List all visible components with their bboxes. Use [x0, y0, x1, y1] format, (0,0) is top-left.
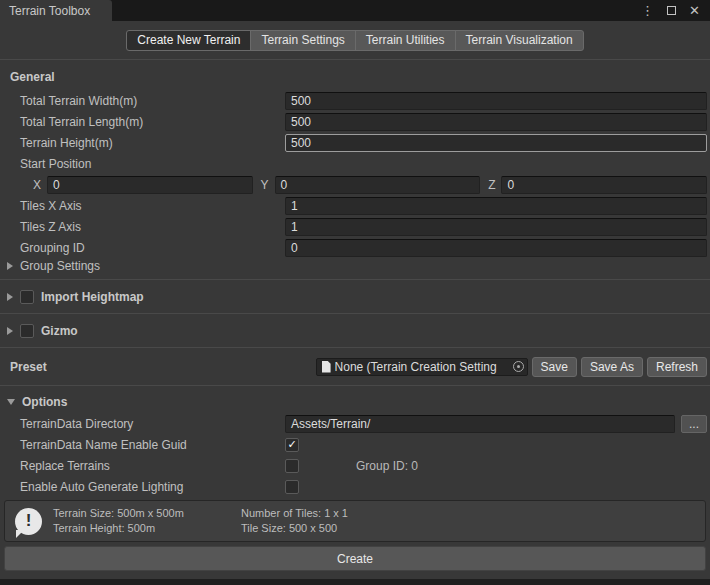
toolbar: Create New Terrain Terrain Settings Terr…	[0, 21, 710, 59]
tiles-x-axis-field[interactable]: 1	[285, 197, 707, 215]
preset-object-value: None (Terrain Creation Setting	[335, 360, 510, 374]
start-position-x-value: 0	[53, 178, 60, 192]
foldout-expanded-icon[interactable]	[7, 399, 15, 405]
tab-terrain-utilities-label: Terrain Utilities	[366, 33, 445, 47]
preset-label: Preset	[10, 360, 47, 374]
tiles-x-axis-value: 1	[291, 199, 298, 213]
foldout-collapsed-icon[interactable]	[7, 293, 13, 301]
terrain-height-label: Terrain Height(m)	[20, 136, 285, 150]
group-id-readout: Group ID: 0	[356, 459, 418, 473]
info-column-left: Terrain Size: 500m x 500m Terrain Height…	[53, 506, 201, 536]
info-help-box: ! Terrain Size: 500m x 500m Terrain Heig…	[4, 500, 706, 542]
terraindata-directory-value: Assets/Terrain/	[291, 417, 370, 431]
preset-controls: None (Terrain Creation Setting Save Save…	[316, 357, 707, 377]
general-section-header: General	[0, 60, 710, 90]
info-icon-glyph: !	[26, 511, 32, 531]
terraindata-guid-row: TerrainData Name Enable Guid ✓	[0, 434, 710, 455]
start-position-xyz-row: X 0 Y 0 Z 0	[0, 174, 710, 195]
info-icon: !	[15, 508, 42, 535]
terrain-height-readout: Terrain Height: 500m	[53, 521, 201, 536]
browse-button[interactable]: ...	[681, 415, 707, 433]
window-tab[interactable]: Terrain Toolbox	[0, 0, 112, 21]
replace-terrains-row: Replace Terrains Group ID: 0	[0, 455, 710, 476]
import-heightmap-label: Import Heightmap	[41, 290, 144, 304]
kebab-menu-icon[interactable]: ⋮	[641, 4, 654, 17]
auto-generate-lighting-checkbox[interactable]	[285, 480, 299, 494]
axis-y-label: Y	[261, 178, 269, 192]
total-terrain-length-label: Total Terrain Length(m)	[20, 115, 285, 129]
replace-terrains-checkbox[interactable]	[285, 459, 299, 473]
tab-create-new-terrain[interactable]: Create New Terrain	[126, 30, 251, 51]
terraindata-guid-label: TerrainData Name Enable Guid	[20, 438, 285, 452]
save-button[interactable]: Save	[532, 357, 577, 377]
tiles-z-axis-field[interactable]: 1	[285, 218, 707, 236]
auto-generate-lighting-row: Enable Auto Generate Lighting	[0, 476, 710, 497]
tab-terrain-settings-label: Terrain Settings	[261, 33, 344, 47]
save-as-button-label: Save As	[590, 360, 634, 374]
tab-terrain-visualization[interactable]: Terrain Visualization	[455, 30, 584, 51]
grouping-id-row: Grouping ID 0	[0, 237, 710, 258]
start-position-row: Start Position	[0, 153, 710, 174]
gizmo-checkbox[interactable]	[20, 324, 34, 338]
create-button[interactable]: Create	[4, 546, 706, 571]
save-as-button[interactable]: Save As	[581, 357, 643, 377]
group-settings-label: Group Settings	[20, 259, 100, 273]
save-button-label: Save	[541, 360, 568, 374]
foldout-collapsed-icon[interactable]	[7, 262, 13, 270]
checkmark-icon: ✓	[287, 439, 296, 450]
window-bottom-edge	[0, 579, 710, 585]
tab-terrain-settings[interactable]: Terrain Settings	[250, 30, 355, 51]
options-header-label: Options	[22, 395, 67, 409]
foldout-collapsed-icon[interactable]	[7, 327, 13, 335]
tiles-x-axis-row: Tiles X Axis 1	[0, 195, 710, 216]
options-foldout[interactable]: Options	[0, 386, 710, 413]
tiles-z-axis-label: Tiles Z Axis	[20, 220, 285, 234]
window-controls: ⋮ ✕	[641, 0, 710, 21]
total-terrain-length-value: 500	[291, 115, 311, 129]
total-terrain-width-label: Total Terrain Width(m)	[20, 94, 285, 108]
terraindata-directory-field[interactable]: Assets/Terrain/	[285, 415, 675, 433]
start-position-label: Start Position	[20, 157, 285, 171]
terraindata-guid-checkbox[interactable]: ✓	[285, 438, 299, 452]
preset-object-field[interactable]: None (Terrain Creation Setting	[316, 358, 528, 376]
grouping-id-value: 0	[291, 241, 298, 255]
tab-terrain-visualization-label: Terrain Visualization	[466, 33, 573, 47]
total-terrain-width-field[interactable]: 500	[285, 92, 707, 110]
tile-size-readout: Tile Size: 500 x 500	[241, 521, 348, 536]
total-terrain-width-value: 500	[291, 94, 311, 108]
number-of-tiles-readout: Number of Tiles: 1 x 1	[241, 506, 348, 521]
replace-terrains-label: Replace Terrains	[20, 459, 285, 473]
info-column-right: Number of Tiles: 1 x 1 Tile Size: 500 x …	[241, 506, 348, 536]
create-button-label: Create	[337, 552, 373, 566]
gizmo-section[interactable]: Gizmo	[0, 314, 710, 347]
start-position-x-field[interactable]: 0	[47, 176, 253, 194]
start-position-z-field[interactable]: 0	[501, 176, 707, 194]
grouping-id-field[interactable]: 0	[285, 239, 707, 257]
gizmo-label: Gizmo	[41, 324, 78, 338]
object-picker-icon[interactable]	[513, 361, 524, 372]
terrain-size-readout: Terrain Size: 500m x 500m	[53, 506, 201, 521]
refresh-button[interactable]: Refresh	[647, 357, 707, 377]
preset-row: Preset None (Terrain Creation Setting Sa…	[0, 348, 710, 385]
start-position-y-value: 0	[281, 178, 288, 192]
axis-x-label: X	[33, 178, 41, 192]
close-icon[interactable]: ✕	[689, 4, 700, 17]
terrain-height-field[interactable]: 500	[285, 134, 707, 152]
axis-z-label: Z	[488, 178, 495, 192]
import-heightmap-section[interactable]: Import Heightmap	[0, 280, 710, 313]
grouping-id-label: Grouping ID	[20, 241, 285, 255]
tab-create-new-terrain-label: Create New Terrain	[137, 33, 240, 47]
import-heightmap-checkbox[interactable]	[20, 290, 34, 304]
total-terrain-length-row: Total Terrain Length(m) 500	[0, 111, 710, 132]
start-position-y-field[interactable]: 0	[275, 176, 481, 194]
terraindata-directory-row: TerrainData Directory Assets/Terrain/ ..…	[0, 413, 710, 434]
terrain-height-row: Terrain Height(m) 500	[0, 132, 710, 153]
group-settings-foldout[interactable]: Group Settings	[0, 258, 710, 279]
terrain-toolbox-window: Terrain Toolbox ⋮ ✕ Create New Terrain T…	[0, 0, 710, 585]
total-terrain-length-field[interactable]: 500	[285, 113, 707, 131]
auto-generate-lighting-label: Enable Auto Generate Lighting	[20, 480, 285, 494]
asset-file-icon	[322, 361, 331, 373]
tab-group: Create New Terrain Terrain Settings Terr…	[126, 30, 583, 51]
maximize-icon[interactable]	[667, 6, 676, 15]
tab-terrain-utilities[interactable]: Terrain Utilities	[355, 30, 456, 51]
